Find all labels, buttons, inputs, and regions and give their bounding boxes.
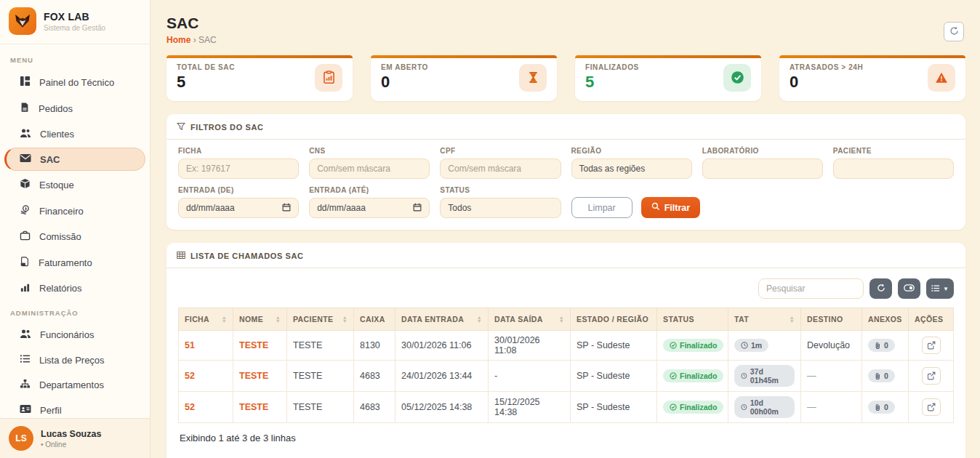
users-icon <box>20 329 31 341</box>
paperclip-icon <box>875 342 881 350</box>
paciente-cell: TESTE <box>287 331 354 361</box>
document-icon <box>20 102 30 115</box>
stat-card-finalizados: FINALIZADOS 5 <box>575 55 761 101</box>
sidebar-item-lista-de-precos[interactable]: Lista de Preços <box>4 348 145 371</box>
external-link-icon <box>927 403 936 411</box>
tat-badge: 1m <box>734 339 768 352</box>
col-anexos[interactable]: ANEXOS <box>862 308 909 331</box>
col-estado-regiao[interactable]: ESTADO / REGIÃO <box>571 308 657 331</box>
nome-cell: TESTE <box>233 361 287 392</box>
stat-card-em-aberto: EM ABERTO 0 <box>371 55 557 101</box>
external-link-icon <box>927 341 936 350</box>
calendar-icon[interactable] <box>413 203 422 214</box>
anexos-badge: 0 <box>868 369 895 382</box>
sidebar-item-funcionarios[interactable]: Funcionários <box>4 323 145 347</box>
open-ticket-button[interactable] <box>922 398 941 416</box>
entrada-ate-date-input[interactable]: dd/mm/aaaa <box>309 198 430 218</box>
table-toolbar: ▼ <box>166 268 965 306</box>
estado-regiao-cell: SP - Sudeste <box>571 392 657 423</box>
admin-section-label: ADMINISTRAÇÃO <box>0 302 150 321</box>
sidebar-item-perfil[interactable]: Perfil <box>4 398 145 418</box>
ficha-link[interactable]: 52 <box>179 392 233 423</box>
menu-section-label: MENU <box>0 49 150 68</box>
caixa-cell: 4683 <box>354 392 395 423</box>
col-data-entrada[interactable]: DATA ENTRADA▲▼ <box>395 308 489 331</box>
sac-table: FICHA▲▼ NOME▲▼ PACIENTE▲▼ CAIXA DATA ENT… <box>178 308 954 423</box>
sidebar-item-comissao[interactable]: Comissão <box>4 225 145 249</box>
col-tat[interactable]: TAT▲▼ <box>728 308 801 331</box>
toggle-view-button[interactable] <box>898 278 920 299</box>
status-cell: Finalizado <box>657 392 728 423</box>
sidebar-item-estoque[interactable]: Estoque <box>4 172 145 197</box>
pagination-summary: Exibindo 1 até 3 de 3 linhas <box>166 423 965 455</box>
open-ticket-button[interactable] <box>922 337 941 354</box>
search-input[interactable] <box>758 278 864 299</box>
filters-panel-header: FILTROS DO SAC <box>166 114 965 140</box>
nome-cell: TESTE <box>233 392 287 423</box>
money-icon <box>20 204 31 217</box>
tat-cell: 37d 01h45m <box>728 361 801 392</box>
filter-cns: CNS <box>309 147 430 179</box>
apply-filters-button[interactable]: Filtrar <box>641 197 700 218</box>
col-ficha[interactable]: FICHA▲▼ <box>179 308 233 331</box>
paciente-cell: TESTE <box>287 361 354 392</box>
sidebar-item-relatorios[interactable]: Relatórios <box>4 276 145 300</box>
brand: FOX LAB Sistema de Gestão <box>0 0 150 44</box>
user-status: • Online <box>41 441 101 449</box>
estado-regiao-cell: SP - Sudeste <box>571 331 657 361</box>
sidebar-item-financeiro[interactable]: Financeiro <box>4 198 145 223</box>
col-nome[interactable]: NOME▲▼ <box>233 308 287 331</box>
entrada-de-date-input[interactable]: dd/mm/aaaa <box>178 198 299 218</box>
invoice-icon <box>20 256 30 269</box>
sidebar-item-departamentos[interactable]: Departamentos <box>4 373 145 397</box>
sidebar-item-sac[interactable]: SAC <box>4 148 145 171</box>
sidebar-item-painel-do-tecnico[interactable]: Painel do Técnico <box>4 70 145 95</box>
briefcase-icon <box>20 230 31 243</box>
table-row: 52 TESTE TESTE 4683 05/12/2025 14:38 15/… <box>179 392 954 423</box>
clipboard-chart-icon <box>315 64 342 92</box>
user-profile[interactable]: LS Lucas Souzas • Online <box>0 418 150 458</box>
stat-value-total: 5 <box>177 73 235 92</box>
col-status[interactable]: STATUS <box>657 308 728 331</box>
regiao-select[interactable]: Todas as regiões <box>571 158 692 179</box>
cns-input[interactable] <box>317 164 422 174</box>
paciente-select[interactable] <box>833 158 954 179</box>
anexos-cell: 0 <box>862 361 909 392</box>
breadcrumb-home-link[interactable]: Home <box>166 35 190 45</box>
table-row: 52 TESTE TESTE 4683 24/01/2026 13:44 - S… <box>179 361 954 392</box>
sidebar-item-clientes[interactable]: Clientes <box>4 122 145 146</box>
acoes-cell <box>909 361 954 392</box>
col-data-saida[interactable]: DATA SAÍDA▲▼ <box>489 308 571 331</box>
ficha-link[interactable]: 51 <box>179 331 233 361</box>
acoes-cell <box>909 331 954 361</box>
open-ticket-button[interactable] <box>922 367 941 385</box>
dashboard-icon <box>20 76 31 89</box>
refresh-table-button[interactable] <box>869 278 892 299</box>
sidebar-item-pedidos[interactable]: Pedidos <box>4 96 145 121</box>
caret-down-icon: ▼ <box>943 286 949 292</box>
laboratorio-select[interactable] <box>702 158 823 179</box>
col-destino[interactable]: DESTINO <box>801 308 862 331</box>
filter-laboratorio: LABORATÓRIO <box>702 147 823 179</box>
calendar-icon[interactable] <box>282 203 291 214</box>
sidebar-item-faturamento[interactable]: Faturamento <box>4 250 145 275</box>
filter-status: STATUS Todos <box>440 186 561 218</box>
table-header-row: FICHA▲▼ NOME▲▼ PACIENTE▲▼ CAIXA DATA ENT… <box>179 308 954 331</box>
brand-subtitle: Sistema de Gestão <box>44 24 105 32</box>
clear-filters-button[interactable]: Limpar <box>571 197 632 218</box>
status-select[interactable]: Todos <box>440 198 561 218</box>
refresh-page-button[interactable] <box>944 22 964 41</box>
ficha-input[interactable] <box>186 164 291 174</box>
paciente-cell: TESTE <box>287 392 354 423</box>
page-title: SAC <box>166 15 965 32</box>
avatar: LS <box>9 426 33 451</box>
tat-cell: 1m <box>728 331 801 361</box>
destino-cell: — <box>801 392 862 423</box>
ficha-link[interactable]: 52 <box>179 361 233 392</box>
col-paciente[interactable]: PACIENTE▲▼ <box>287 308 354 331</box>
col-caixa[interactable]: CAIXA <box>354 308 395 331</box>
cpf-input[interactable] <box>448 164 553 174</box>
columns-dropdown-button[interactable]: ▼ <box>926 278 954 299</box>
col-acoes[interactable]: AÇÕES <box>909 308 954 331</box>
sidebar-nav: MENU Painel do Técnico Pedidos Clientes … <box>0 44 150 418</box>
